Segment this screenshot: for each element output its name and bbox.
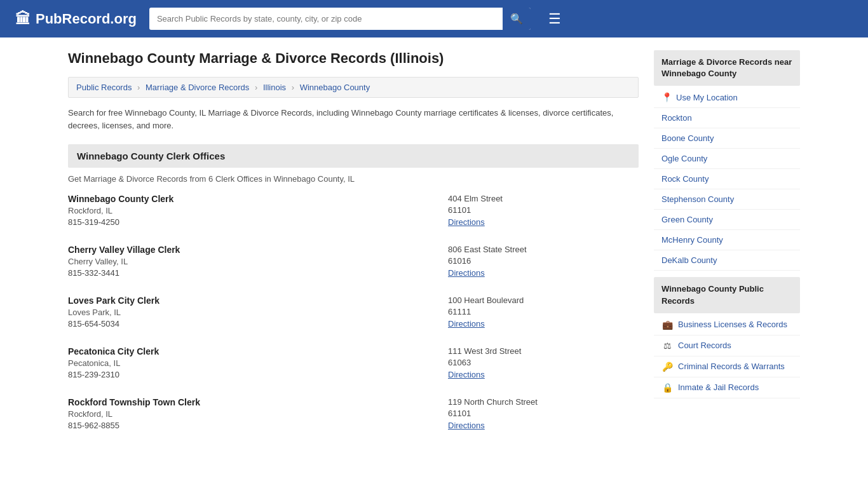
location-icon: 📍 <box>661 92 672 102</box>
office-zip: 61111 <box>448 307 639 316</box>
sidebar-nearby-item[interactable]: McHenry County <box>654 230 800 250</box>
clerk-section-header: Winnebago County Clerk Offices <box>68 144 639 168</box>
sidebar-public-records-item[interactable]: 💼 Business Licenses & Records <box>654 315 800 336</box>
office-left: Winnebago County Clerk Rockford, IL 815-… <box>68 194 448 227</box>
office-phone: 815-962-8855 <box>68 421 448 430</box>
office-city: Loves Park, IL <box>68 308 448 317</box>
hamburger-button[interactable]: ☰ <box>543 8 566 30</box>
breadcrumb-illinois[interactable]: Illinois <box>263 83 286 92</box>
sidebar-public-records-header: Winnebago County Public Records <box>654 277 800 313</box>
office-city: Rockford, IL <box>68 409 448 419</box>
use-location-link[interactable]: Use My Location <box>676 93 738 102</box>
public-records-link[interactable]: Business Licenses & Records <box>678 320 787 329</box>
directions-link[interactable]: Directions <box>448 319 485 329</box>
sidebar-nearby-link[interactable]: McHenry County <box>661 235 723 245</box>
public-records-icon: 💼 <box>661 320 673 330</box>
office-name: Pecatonica City Clerk <box>68 346 448 356</box>
sidebar-nearby-link[interactable]: Boone County <box>661 133 714 143</box>
office-entry: Rockford Township Town Clerk Rockford, I… <box>68 397 639 433</box>
breadcrumb-public-records[interactable]: Public Records <box>76 83 132 92</box>
sidebar-use-location[interactable]: 📍 Use My Location <box>654 87 800 108</box>
logo-icon: 🏛 <box>15 10 31 28</box>
office-zip: 61101 <box>448 205 639 215</box>
office-name: Loves Park City Clerk <box>68 295 448 306</box>
office-address: 806 East State Street <box>448 245 639 254</box>
directions-link[interactable]: Directions <box>448 370 485 379</box>
content-area: Winnebago County Marriage & Divorce Reco… <box>68 50 639 448</box>
public-records-link[interactable]: Court Records <box>678 341 731 350</box>
sidebar-nearby-item[interactable]: Rockton <box>654 108 800 128</box>
sidebar-nearby-item[interactable]: DeKalb County <box>654 250 800 271</box>
sidebar-public-records-item[interactable]: 🔒 Inmate & Jail Records <box>654 377 800 398</box>
breadcrumb-sep-2: › <box>255 83 257 92</box>
sidebar-nearby-item[interactable]: Stephenson County <box>654 189 800 210</box>
office-entry: Loves Park City Clerk Loves Park, IL 815… <box>68 295 639 331</box>
office-zip: 61063 <box>448 358 639 367</box>
office-left: Cherry Valley Village Clerk Cherry Valle… <box>68 245 448 278</box>
sidebar-nearby-header: Marriage & Divorce Records near Winnebag… <box>654 50 800 86</box>
office-phone: 815-319-4250 <box>68 217 448 227</box>
sidebar: Marriage & Divorce Records near Winnebag… <box>654 50 800 448</box>
office-right: 806 East State Street 61016 Directions <box>448 245 639 278</box>
search-button[interactable]: 🔍 <box>503 8 531 30</box>
public-records-link[interactable]: Inmate & Jail Records <box>678 383 759 392</box>
public-records-icon: ⚖ <box>661 341 673 351</box>
office-name: Cherry Valley Village Clerk <box>68 245 448 255</box>
sidebar-nearby-item[interactable]: Boone County <box>654 128 800 149</box>
office-city: Rockford, IL <box>68 206 448 215</box>
office-entry: Cherry Valley Village Clerk Cherry Valle… <box>68 245 639 280</box>
sidebar-nearby-link[interactable]: Rock County <box>661 174 709 184</box>
sidebar-nearby-link[interactable]: DeKalb County <box>661 255 717 265</box>
office-right: 111 West 3rd Street 61063 Directions <box>448 346 639 379</box>
search-input[interactable] <box>149 9 503 29</box>
office-address: 119 North Church Street <box>448 397 639 407</box>
directions-link[interactable]: Directions <box>448 217 485 227</box>
office-right: 404 Elm Street 61101 Directions <box>448 194 639 227</box>
sidebar-nearby-item[interactable]: Green County <box>654 210 800 230</box>
sidebar-nearby-link[interactable]: Ogle County <box>661 154 707 163</box>
office-address: 404 Elm Street <box>448 194 639 203</box>
office-entry: Pecatonica City Clerk Pecatonica, IL 815… <box>68 346 639 382</box>
office-city: Pecatonica, IL <box>68 358 448 368</box>
intro-text: Search for free Winnebago County, IL Mar… <box>68 107 639 132</box>
breadcrumb-sep-3: › <box>292 83 294 92</box>
logo-area[interactable]: 🏛 PubRecord.org <box>15 10 137 28</box>
breadcrumb: Public Records › Marriage & Divorce Reco… <box>68 77 639 98</box>
office-phone: 815-332-3441 <box>68 268 448 278</box>
sidebar-public-records-item[interactable]: ⚖ Court Records <box>654 336 800 356</box>
office-left: Rockford Township Town Clerk Rockford, I… <box>68 397 448 430</box>
office-city: Cherry Valley, IL <box>68 257 448 266</box>
sidebar-nearby-link[interactable]: Stephenson County <box>661 194 734 204</box>
page-title: Winnebago County Marriage & Divorce Reco… <box>68 50 639 67</box>
breadcrumb-sep-1: › <box>137 83 140 92</box>
breadcrumb-marriage-records[interactable]: Marriage & Divorce Records <box>146 83 249 92</box>
sidebar-nearby-link[interactable]: Green County <box>661 215 713 224</box>
header: 🏛 PubRecord.org 🔍 ☰ <box>0 0 868 37</box>
directions-link[interactable]: Directions <box>448 268 485 278</box>
public-records-icon: 🔒 <box>661 383 673 393</box>
public-records-link[interactable]: Criminal Records & Warrants <box>678 362 785 371</box>
directions-link[interactable]: Directions <box>448 421 485 430</box>
offices-list: Winnebago County Clerk Rockford, IL 815-… <box>68 194 639 433</box>
search-bar: 🔍 <box>149 8 531 30</box>
sidebar-public-records-items: 💼 Business Licenses & Records ⚖ Court Re… <box>654 315 800 398</box>
main-container: Winnebago County Marriage & Divorce Reco… <box>53 37 815 461</box>
office-phone: 815-239-2310 <box>68 370 448 379</box>
office-address: 111 West 3rd Street <box>448 346 639 356</box>
sidebar-nearby-item[interactable]: Ogle County <box>654 149 800 169</box>
office-right: 119 North Church Street 61101 Directions <box>448 397 639 430</box>
sidebar-nearby-item[interactable]: Rock County <box>654 169 800 189</box>
office-left: Loves Park City Clerk Loves Park, IL 815… <box>68 295 448 329</box>
office-address: 100 Heart Boulevard <box>448 295 639 305</box>
breadcrumb-winnebago[interactable]: Winnebago County <box>300 83 370 92</box>
office-zip: 61101 <box>448 409 639 418</box>
office-right: 100 Heart Boulevard 61111 Directions <box>448 295 639 329</box>
office-zip: 61016 <box>448 256 639 266</box>
office-name: Rockford Township Town Clerk <box>68 397 448 407</box>
sidebar-nearby-items: RocktonBoone CountyOgle CountyRock Count… <box>654 108 800 271</box>
office-entry: Winnebago County Clerk Rockford, IL 815-… <box>68 194 639 229</box>
office-name: Winnebago County Clerk <box>68 194 448 204</box>
sidebar-public-records-item[interactable]: 🔑 Criminal Records & Warrants <box>654 356 800 377</box>
clerk-section-desc: Get Marriage & Divorce Records from 6 Cl… <box>68 174 639 184</box>
sidebar-nearby-link[interactable]: Rockton <box>661 113 692 123</box>
